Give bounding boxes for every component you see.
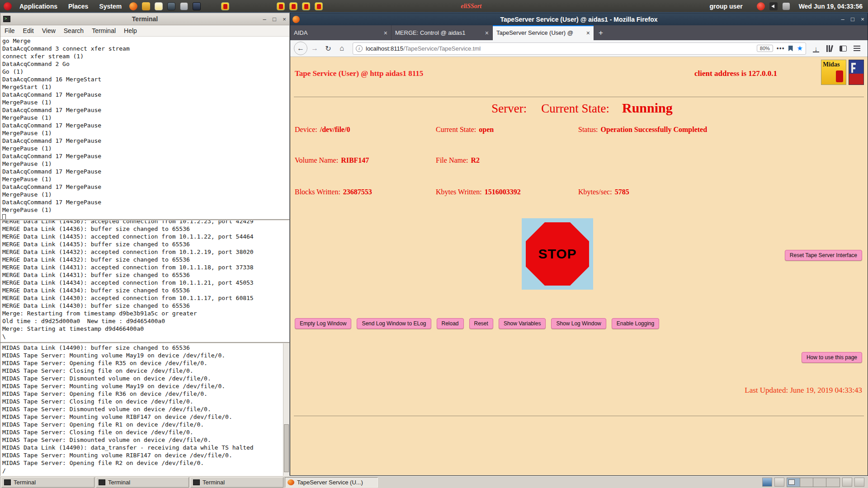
menu-system[interactable]: System xyxy=(94,0,127,12)
url-text[interactable]: localhost:8115/TapeService/TapeService.t… xyxy=(366,45,481,52)
workspace-4[interactable] xyxy=(826,478,840,487)
minimize-icon[interactable]: – xyxy=(259,14,269,23)
show-variables-button[interactable]: Show Variables xyxy=(499,318,546,329)
workspace-1[interactable] xyxy=(787,478,800,487)
empty-log-window-button[interactable]: Empty Log Window xyxy=(295,318,351,329)
firefox-titlebar[interactable]: TapeServer Service (User) @ aidas1 - Moz… xyxy=(290,13,868,25)
log-line: MIDAS Tape Server: Closing file on devic… xyxy=(2,428,282,436)
menu-applications[interactable]: Applications xyxy=(14,0,63,12)
tab-close-icon[interactable]: × xyxy=(586,29,590,37)
reset-button[interactable]: Reset xyxy=(469,318,493,329)
reload-button[interactable]: ↻ xyxy=(322,42,335,55)
close-icon[interactable]: × xyxy=(858,15,868,24)
send-log-window-to-elog-button[interactable]: Send Log Window to ELog xyxy=(357,318,431,329)
back-button[interactable]: ← xyxy=(294,42,307,55)
taskbar-item-terminal-2[interactable]: Terminal xyxy=(96,477,189,488)
terminal-menu-help[interactable]: Help xyxy=(120,27,141,34)
bookmark-star-icon[interactable]: ★ xyxy=(797,44,803,52)
terminal-menu-search[interactable]: Search xyxy=(60,27,88,34)
menu-places[interactable]: Places xyxy=(63,0,94,12)
volume-icon[interactable] xyxy=(769,2,778,10)
log-line: Merge: Starting at timestamp d9d466400a0 xyxy=(2,325,289,333)
trash-icon[interactable] xyxy=(854,478,864,487)
client-address: client address is 127.0.0.1 xyxy=(694,69,777,78)
show-desktop-icon[interactable] xyxy=(762,478,772,487)
workspace-3[interactable] xyxy=(813,478,826,487)
midas-launcher-icon[interactable] xyxy=(221,2,229,10)
scrollbar-thumb[interactable] xyxy=(284,424,289,472)
maximize-icon[interactable]: □ xyxy=(269,14,279,23)
log-line: MERGE Data Link (14432): accepted connec… xyxy=(2,248,289,256)
log-line: MERGE Data Link (14435): accepted connec… xyxy=(2,233,289,240)
tab-close-icon[interactable]: × xyxy=(485,29,489,37)
zoom-level-badge[interactable]: 80% xyxy=(757,45,773,52)
log-line: MERGE Data Link (14430): buffer size cha… xyxy=(2,302,289,310)
terminal-menu-terminal[interactable]: Terminal xyxy=(88,27,120,34)
workspace-2[interactable] xyxy=(800,478,813,487)
new-tab-button[interactable]: + xyxy=(594,25,608,40)
terminal-log-pane-merge-data[interactable]: MERGE Data Link (14436): accepted connec… xyxy=(0,221,289,342)
taskbar-item-terminal-1[interactable]: Terminal xyxy=(1,477,94,488)
tab-aida[interactable]: AIDA × xyxy=(290,25,392,40)
sidebar-icon[interactable] xyxy=(837,42,849,55)
clock[interactable]: Wed Jun 19, 04:33:56 xyxy=(799,3,863,10)
terminal-menu-view[interactable]: View xyxy=(38,27,60,34)
log-line: MIDAS Tape Server: Mounting volume RIBF1… xyxy=(2,413,282,421)
minimize-icon[interactable]: – xyxy=(838,15,848,24)
firefox-launcher-icon[interactable] xyxy=(129,2,137,10)
update-notifier-icon[interactable] xyxy=(757,2,765,10)
reset-tape-server-interface-button[interactable]: Reset Tape Server Interface xyxy=(785,250,862,261)
midas-launcher-icon[interactable] xyxy=(302,2,310,10)
terminal-icon xyxy=(99,479,105,485)
menu-hamburger-icon[interactable] xyxy=(850,42,863,55)
terminal-log-pane-merge-control[interactable]: go MergeDataAcqCommand 3 connect xfer st… xyxy=(0,37,289,219)
honeycomb-launcher-icon[interactable] xyxy=(142,2,150,10)
url-bar[interactable]: i localhost:8115/TapeService/TapeService… xyxy=(353,42,806,55)
terminal-log-pane-midas-tape[interactable]: MIDAS Data Link (14490): buffer size cha… xyxy=(0,343,289,476)
close-icon[interactable]: × xyxy=(279,14,289,23)
site-info-icon[interactable]: i xyxy=(356,45,363,52)
keyboard-icon[interactable] xyxy=(782,2,790,10)
current-state-label: Current State: xyxy=(541,102,609,115)
library-icon[interactable] xyxy=(823,42,836,55)
page-actions-icon[interactable]: ••• xyxy=(777,45,785,52)
taskbar-item-terminal-3[interactable]: Terminal xyxy=(190,477,283,488)
enable-logging-button[interactable]: Enable Logging xyxy=(612,318,659,329)
maximize-icon[interactable]: □ xyxy=(848,15,858,24)
window-list-icon[interactable] xyxy=(774,478,784,487)
forward-button[interactable]: → xyxy=(308,42,321,55)
tab-close-icon[interactable]: × xyxy=(384,29,387,37)
terminal-scrollbar[interactable] xyxy=(283,343,289,476)
tab-merge-control[interactable]: MERGE: Control @ aidas1 × xyxy=(392,25,493,40)
navigation-toolbar: ← → ↻ ⌂ i localhost:8115/TapeService/Tap… xyxy=(290,40,868,57)
log-line: MIDAS Tape Server: Opening file R1 on de… xyxy=(2,421,282,428)
terminal-menu-file[interactable]: File xyxy=(0,27,19,34)
downloads-icon[interactable]: ↓ xyxy=(810,42,822,55)
display-launcher-icon[interactable] xyxy=(167,2,175,10)
terminal-titlebar[interactable]: Terminal – □ × xyxy=(0,13,289,25)
show-log-window-button[interactable]: Show Log Window xyxy=(551,318,606,329)
log-line: MergePause (1) xyxy=(2,99,289,106)
notes-launcher-icon[interactable] xyxy=(155,2,163,10)
camera-launcher-icon[interactable] xyxy=(193,2,201,10)
file-name-field: File Name:R2 xyxy=(436,156,480,164)
distro-menu-icon[interactable] xyxy=(4,2,12,10)
log-line: DataAcqCommand 17 MergePause xyxy=(2,168,289,175)
midas-launcher-icon[interactable] xyxy=(277,2,285,10)
terminal-window-title: Terminal xyxy=(0,15,289,23)
kbytes-per-sec-field: Kbytes/sec:5785 xyxy=(578,188,629,196)
midas-launcher-icon[interactable] xyxy=(289,2,297,10)
midas-launcher-icon[interactable] xyxy=(315,2,323,10)
how-to-use-this-page-button[interactable]: How to use this page xyxy=(802,352,862,363)
reload-button[interactable]: Reload xyxy=(437,318,464,329)
tray-applet-icon[interactable] xyxy=(842,478,852,487)
home-button[interactable]: ⌂ xyxy=(335,42,348,55)
log-line: MIDAS Tape Server: Mounting volume May19… xyxy=(2,382,282,390)
bookmark-flag-icon[interactable] xyxy=(788,46,793,52)
stop-button[interactable]: STOP xyxy=(522,218,593,290)
tab-tapeserver-service[interactable]: TapeServer Service (User) @ × xyxy=(493,25,594,40)
calculator-launcher-icon[interactable] xyxy=(180,2,188,10)
log-line: MergePause (1) xyxy=(2,129,289,137)
taskbar-item-tapeserver[interactable]: TapeServer Service (U...) xyxy=(285,477,378,488)
terminal-menu-edit[interactable]: Edit xyxy=(19,27,38,34)
